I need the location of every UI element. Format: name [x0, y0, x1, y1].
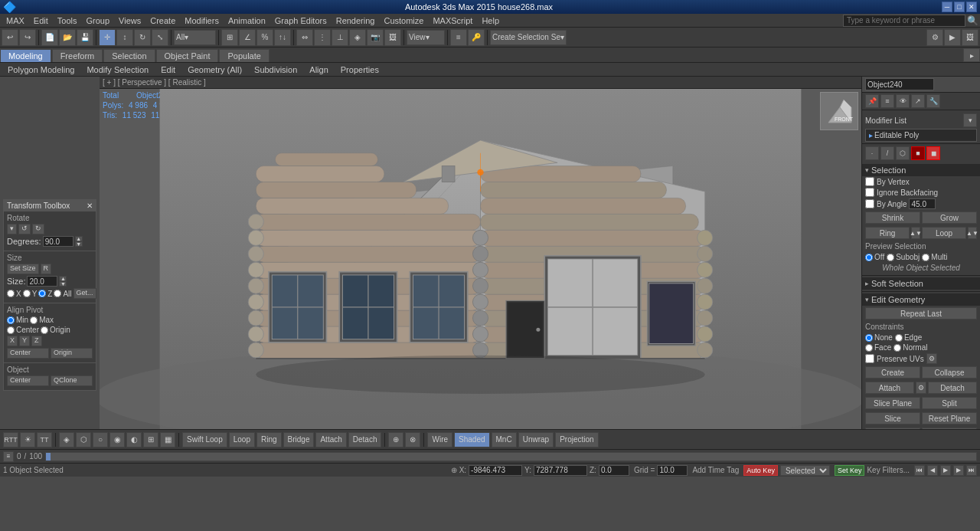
- tab-object-paint[interactable]: Object Paint: [156, 49, 219, 62]
- rtt-icon-button[interactable]: RTT: [3, 432, 18, 447]
- selection-filter-dropdown[interactable]: Create Selection Se ▾: [490, 30, 567, 45]
- all-radio-label[interactable]: All: [54, 290, 71, 298]
- max-radio-label[interactable]: Max: [30, 316, 54, 324]
- min-radio[interactable]: [7, 316, 15, 324]
- extra-icon-1[interactable]: ⊕: [388, 432, 403, 447]
- loop-button[interactable]: Loop: [922, 227, 966, 239]
- new-scene-button[interactable]: 📄: [41, 29, 58, 46]
- preserve-uvs-checkbox[interactable]: [865, 354, 874, 363]
- size-down-button[interactable]: ▼: [59, 281, 67, 287]
- timeline-icon-btn[interactable]: ≡: [3, 451, 14, 462]
- angle-snap-button[interactable]: ∠: [239, 29, 256, 46]
- ring-button[interactable]: Ring: [865, 227, 910, 239]
- min-radio-label[interactable]: Min: [7, 316, 28, 324]
- ignore-backfacing-checkbox[interactable]: [865, 188, 874, 197]
- x-radio-label[interactable]: X: [7, 290, 21, 298]
- mode-icon-5[interactable]: ◐: [126, 432, 142, 447]
- viewport[interactable]: [ + ] [ Perspective ] [ Realistic ] Tota…: [100, 77, 861, 429]
- menu-create[interactable]: Create: [145, 15, 180, 26]
- selection-header[interactable]: ▾ Selection: [862, 164, 980, 176]
- none-constraint-radio[interactable]: [865, 334, 873, 342]
- repeat-last-button[interactable]: Repeat Last: [865, 307, 977, 320]
- shaded-button[interactable]: Shaded: [454, 432, 489, 447]
- menu-maxscript[interactable]: MAXScript: [428, 15, 477, 26]
- collapse-button[interactable]: Collapse: [922, 366, 977, 379]
- mode-icon-6[interactable]: ⊞: [143, 432, 158, 447]
- grow-button[interactable]: Grow: [922, 211, 977, 224]
- percent-snap-button[interactable]: %: [256, 29, 273, 46]
- expand-tabs-button[interactable]: ▸: [963, 48, 980, 62]
- set-key-filters-button[interactable]: 🔑: [468, 29, 485, 46]
- rotate-cw-button[interactable]: ↻: [32, 224, 44, 234]
- menu-max[interactable]: MAX: [2, 15, 29, 26]
- align-button[interactable]: ⋮: [314, 29, 331, 46]
- by-angle-checkbox[interactable]: [865, 199, 874, 208]
- cut-button[interactable]: Cut: [922, 428, 977, 429]
- set-size-button[interactable]: Set Size: [7, 264, 39, 274]
- render-setup-button[interactable]: ⚙: [926, 29, 943, 46]
- auto-key-button[interactable]: Auto Key: [743, 465, 778, 476]
- title-controls[interactable]: ─ □ ✕: [942, 2, 977, 12]
- align-z-button[interactable]: Z: [31, 336, 42, 346]
- x-radio[interactable]: [7, 290, 15, 297]
- spinner-snap-button[interactable]: ↑↓: [274, 29, 291, 46]
- z-coord-input[interactable]: [599, 465, 629, 476]
- subtab-modify-selection[interactable]: Modify Selection: [82, 64, 153, 75]
- soft-selection-header[interactable]: ▸ Soft Selection: [862, 277, 980, 290]
- rotate-dropdown-button[interactable]: ▾: [7, 224, 17, 234]
- off-radio-label[interactable]: Off: [865, 253, 884, 261]
- mirror-button[interactable]: ⇔: [296, 29, 313, 46]
- face-constraint-radio[interactable]: [865, 344, 873, 352]
- menu-rendering[interactable]: Rendering: [332, 15, 380, 26]
- projection-button[interactable]: Projection: [555, 432, 598, 447]
- attach-button[interactable]: Attach: [865, 382, 914, 394]
- multi-radio-label[interactable]: Multi: [922, 253, 947, 261]
- all-radio[interactable]: [54, 290, 61, 297]
- by-angle-input[interactable]: [909, 198, 936, 209]
- obj-center-button[interactable]: Center: [7, 375, 49, 386]
- menu-tools[interactable]: Tools: [53, 15, 82, 26]
- subtab-polygon-modeling[interactable]: Polygon Modeling: [3, 64, 79, 75]
- get-button[interactable]: Get...: [74, 288, 96, 299]
- menu-edit[interactable]: Edit: [29, 15, 53, 26]
- quickslice-button[interactable]: QuickSlice: [865, 428, 920, 429]
- loop-button[interactable]: Loop: [229, 432, 255, 447]
- degrees-down-button[interactable]: ▼: [75, 241, 83, 247]
- rp-utility-button[interactable]: 🔧: [926, 94, 940, 108]
- play-button[interactable]: ▶: [940, 465, 951, 476]
- snap-3d-button[interactable]: ⊞: [221, 29, 238, 46]
- reset-size-button[interactable]: R: [41, 264, 52, 274]
- z-radio-label[interactable]: Z: [38, 290, 52, 298]
- select-rotate-button[interactable]: ↻: [134, 29, 151, 46]
- none-radio-label[interactable]: None: [865, 333, 893, 342]
- mode-icon-4[interactable]: ◉: [109, 432, 125, 447]
- close-button[interactable]: ✕: [966, 2, 977, 12]
- create-button[interactable]: Create: [865, 366, 920, 379]
- subtab-subdivision[interactable]: Subdivision: [250, 64, 302, 75]
- rotate-ccw-button[interactable]: ↺: [18, 224, 31, 234]
- attach-settings-button[interactable]: ⚙: [916, 382, 926, 394]
- y-radio[interactable]: [23, 290, 31, 297]
- tab-populate[interactable]: Populate: [219, 49, 269, 62]
- off-radio[interactable]: [865, 254, 873, 261]
- max-radio[interactable]: [30, 316, 38, 324]
- origin-radio-label[interactable]: Origin: [41, 326, 70, 334]
- next-frame-button[interactable]: ▶: [953, 465, 964, 476]
- slice-button[interactable]: Slice: [865, 412, 920, 424]
- mode-icon-2[interactable]: ⬡: [76, 432, 91, 447]
- minimize-button[interactable]: ─: [942, 2, 952, 12]
- redo-button[interactable]: ↪: [19, 29, 36, 46]
- size-input[interactable]: [27, 276, 57, 287]
- z-radio[interactable]: [38, 290, 46, 297]
- y-coord-input[interactable]: [534, 465, 587, 476]
- align-x-button[interactable]: X: [7, 336, 18, 346]
- mode-icon-7[interactable]: ▦: [160, 432, 175, 447]
- open-button[interactable]: 📂: [59, 29, 76, 46]
- x-coord-input[interactable]: [469, 465, 522, 476]
- shrink-button[interactable]: Shrink: [865, 211, 920, 224]
- prev-frame-button[interactable]: ◀: [927, 465, 938, 476]
- center-radio[interactable]: [7, 326, 15, 334]
- rp-layer-button[interactable]: ≡: [880, 94, 894, 108]
- menu-views[interactable]: Views: [114, 15, 145, 26]
- select-move-button[interactable]: ↕: [116, 29, 133, 46]
